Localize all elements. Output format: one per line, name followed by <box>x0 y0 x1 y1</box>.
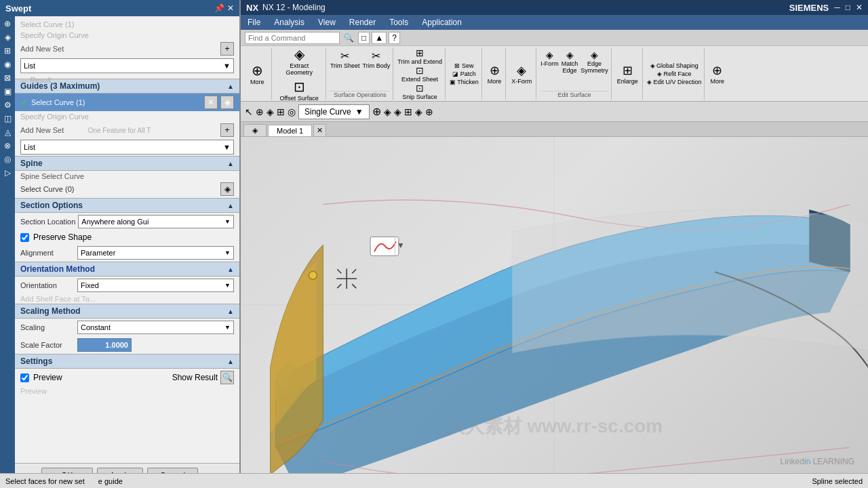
single-curve-arrow: ▼ <box>355 107 363 117</box>
single-curve-dropdown[interactable]: Single Curve ▼ <box>298 104 370 119</box>
guides-select-curve-row: ✓ Select Curve (1) ✕ ◈ <box>15 94 239 111</box>
search-icon[interactable]: 🔍 <box>344 33 354 43</box>
guides-list-select[interactable]: List ▼ <box>20 140 234 155</box>
tab-main[interactable]: Model 1 <box>268 125 312 136</box>
trim-sheet-label: Trim Sheet <box>330 62 360 69</box>
extra-icon-5[interactable]: ⊕ <box>425 106 433 117</box>
view-icon[interactable]: ⊞ <box>277 106 285 117</box>
orientation-method-header[interactable]: Orientation Method ▲ <box>15 262 239 277</box>
add-new-set-row-top: Add New Set + <box>15 41 239 57</box>
more-btn-1[interactable]: ⊕ More <box>248 61 267 87</box>
iform-btn[interactable]: ◈I-Form <box>540 49 559 74</box>
viewport[interactable]: ▼ 人人素材 www.rr-sc.com Linkedin LEARNING <box>241 137 868 473</box>
scale-factor-input[interactable]: 1.0000 <box>77 338 132 352</box>
add-new-set-btn-top[interactable]: + <box>220 42 234 56</box>
extra-icon-1[interactable]: ◈ <box>384 106 391 117</box>
more-btn-3[interactable]: ⊕More <box>710 63 724 85</box>
settings-header[interactable]: Settings ▲ <box>15 354 239 369</box>
side-icon-6[interactable]: ▣ <box>3 85 13 98</box>
select-icon[interactable]: ⊕ <box>256 106 264 117</box>
orientation-select[interactable]: Fixed ▼ <box>77 279 234 292</box>
dialog-title-bar: Swept 📌 ✕ <box>0 0 239 16</box>
section-location-select[interactable]: Anywhere along Gui ▼ <box>78 215 234 228</box>
section-options-header[interactable]: Section Options ▲ <box>15 198 239 213</box>
show-result-btn[interactable]: 🔍 <box>220 371 234 384</box>
side-icon-5[interactable]: ⊠ <box>3 72 12 84</box>
extra-icon-4[interactable]: ◈ <box>415 106 422 117</box>
siemens-label: SIEMENS <box>789 3 829 13</box>
trim-extend-btn[interactable]: ⊞ Trim and Extend <box>397 47 442 65</box>
enlarge-btn[interactable]: ⊞Enlarge <box>617 63 638 85</box>
tab-1[interactable]: ◈ <box>243 124 267 136</box>
side-icon-11[interactable]: ▷ <box>3 167 12 179</box>
edit-uv-direction-btn[interactable]: ◈ Edit U/V Direction <box>647 79 702 85</box>
xform-btn[interactable]: ◈X-Form <box>511 63 532 85</box>
tab-close[interactable]: ✕ <box>313 124 326 136</box>
preview-checkbox[interactable] <box>20 373 29 382</box>
dialog-close-button[interactable]: ✕ <box>227 3 234 13</box>
menu-application[interactable]: Application <box>415 16 469 28</box>
more-btn-2[interactable]: ⊕More <box>488 63 502 85</box>
spine-select-curve-row: Select Curve (0) ◈ <box>15 180 239 198</box>
offset-surface-btn[interactable]: ⊡ Offset Surface <box>277 77 321 102</box>
list-select-top[interactable]: List ▼ <box>20 58 234 73</box>
guides-filter-btn[interactable]: ◈ <box>220 96 234 109</box>
menu-view[interactable]: View <box>311 16 342 28</box>
scaling-select[interactable]: Constant ▼ <box>77 321 234 334</box>
search-input[interactable] <box>245 32 340 44</box>
menu-file[interactable]: File <box>241 16 267 28</box>
view-btn-1[interactable]: □ <box>358 32 370 44</box>
global-shaping-btn[interactable]: ◈ Global Shaping <box>650 62 698 69</box>
title-close-btn[interactable]: ✕ <box>856 3 863 12</box>
match-edge-btn[interactable]: ◈MatchEdge <box>561 49 578 74</box>
edge-symmetry-btn[interactable]: ◈EdgeSymmetry <box>580 49 608 74</box>
guides-section-header[interactable]: Guides (3 Maximum) ▲ <box>15 79 239 94</box>
dialog-title: Swept <box>5 3 31 14</box>
side-icon-8[interactable]: ◬ <box>3 126 12 138</box>
guides-add-btn[interactable]: + <box>220 123 234 137</box>
orientation-method-label: Orientation Method <box>20 264 95 274</box>
refit-face-btn[interactable]: ◈ Refit Face <box>657 70 692 77</box>
extract-geometry-btn[interactable]: ◈ Extract Geometry <box>283 45 315 77</box>
transform-icon[interactable]: ◈ <box>267 106 274 117</box>
dialog-pin-button[interactable]: 📌 <box>214 3 224 13</box>
select-curve-top-faded: Select Curve (1) <box>15 19 239 30</box>
side-icon-2[interactable]: ◈ <box>3 31 12 43</box>
menu-tools[interactable]: Tools <box>382 16 415 28</box>
title-maximize-btn[interactable]: □ <box>846 3 850 12</box>
side-icon-settings[interactable]: ⚙ <box>3 99 13 111</box>
spine-section-header[interactable]: Spine ▲ <box>15 156 239 171</box>
snip-surface-icon: ⊡ <box>416 83 424 94</box>
side-icon-3[interactable]: ⊞ <box>3 45 12 57</box>
more-icon-3: ⊕ <box>712 64 722 77</box>
menu-analysis[interactable]: Analysis <box>267 16 311 28</box>
extra-icon-3[interactable]: ⊞ <box>404 106 412 117</box>
view-btn-3[interactable]: ? <box>389 32 400 44</box>
preserve-shape-checkbox[interactable] <box>20 233 29 242</box>
side-icon-7[interactable]: ◫ <box>3 113 13 125</box>
thicken-btn[interactable]: ▣ Thicken <box>450 79 479 85</box>
cursor-icon[interactable]: ↖ <box>245 106 253 117</box>
snap-cross-icon[interactable]: ⊕ <box>372 105 381 118</box>
snap-icon[interactable]: ◎ <box>288 106 296 117</box>
side-icon-9[interactable]: ⊗ <box>3 140 12 152</box>
spine-filter-btn[interactable]: ◈ <box>220 182 234 196</box>
preview-label: Preview <box>33 373 62 382</box>
tb-xform-group: ◈X-Form <box>507 48 536 100</box>
snip-surface-btn[interactable]: ⊡ Snip Surface <box>402 83 437 100</box>
title-minimize-btn[interactable]: ─ <box>834 3 840 12</box>
trim-body-btn[interactable]: ✂ Trim Body <box>363 49 391 69</box>
extend-sheet-btn[interactable]: ⊡ Extend Sheet <box>401 65 438 83</box>
view-btn-2[interactable]: ▲ <box>372 32 387 44</box>
side-icon-4[interactable]: ◉ <box>3 58 12 70</box>
sew-btn[interactable]: ⊠ Sew <box>454 62 473 69</box>
scaling-method-header[interactable]: Scaling Method ▲ <box>15 304 239 319</box>
menu-render[interactable]: Render <box>342 16 382 28</box>
guides-clear-btn[interactable]: ✕ <box>204 96 218 109</box>
patch-btn[interactable]: ◪ Patch <box>452 70 476 77</box>
side-icon-1[interactable]: ⊕ <box>3 18 12 30</box>
alignment-select[interactable]: Parameter ▼ <box>77 246 234 260</box>
side-icon-10[interactable]: ◎ <box>3 153 12 165</box>
extra-icon-2[interactable]: ◈ <box>394 106 401 117</box>
trim-sheet-btn[interactable]: ✂ Trim Sheet <box>330 49 360 69</box>
